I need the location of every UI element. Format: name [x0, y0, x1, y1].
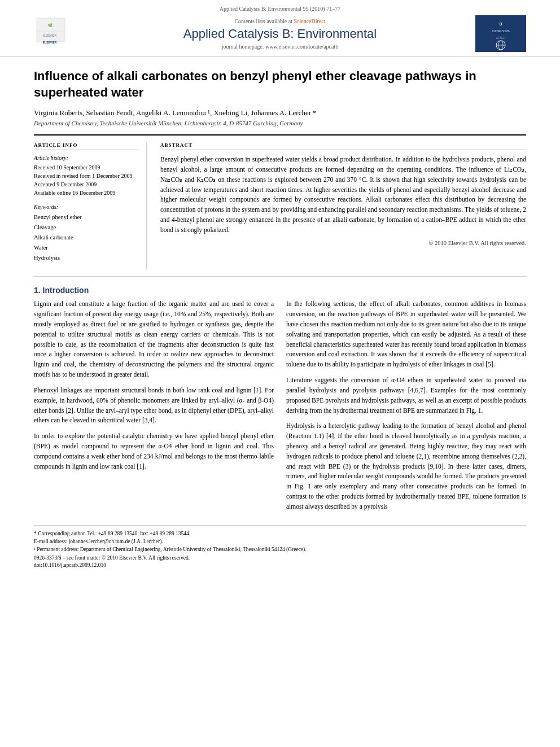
svg-text:🌿: 🌿: [48, 23, 53, 28]
keyword-item: Water: [34, 243, 138, 253]
intro-section: 1. Introduction Lignin and coal constitu…: [34, 286, 526, 517]
footnote-issn: 0926-3373/$ – see front matter © 2010 El…: [34, 555, 526, 561]
received-revised-date: Received in revised form 1 December 2009: [34, 172, 138, 180]
svg-text:B: B: [499, 22, 502, 26]
footnote-permanent-address: ¹ Permanent address: Department of Chemi…: [34, 545, 526, 553]
abstract-text: Benzyl phenyl ether conversion in superh…: [160, 155, 526, 235]
body-paragraph: In order to explore the potential cataly…: [34, 431, 274, 471]
accepted-date: Accepted 9 December 2009: [34, 180, 138, 189]
section-number: 1.: [34, 286, 41, 295]
intro-heading: 1. Introduction: [34, 286, 526, 295]
keyword-item: Alkali carbonate: [34, 233, 138, 243]
footnote-corresponding: * Corresponding author. Tel.: +49 89 289…: [34, 530, 526, 538]
body-paragraph: Lignin and coal constitute a large fract…: [34, 299, 274, 380]
article-title: Influence of alkali carbonates on benzyl…: [34, 68, 526, 101]
svg-rect-1: [37, 18, 65, 42]
abstract-label: Abstract: [160, 142, 526, 150]
body-paragraph: Phenoxyl linkages are important structur…: [34, 386, 274, 426]
svg-text:ELSEVIER: ELSEVIER: [43, 34, 57, 37]
svg-text:AFTER: AFTER: [496, 36, 506, 40]
article-history-group: Article history: Received 10 September 2…: [34, 155, 138, 197]
body-two-col: Lignin and coal constitute a large fract…: [34, 299, 526, 517]
svg-text:ELSEVIER: ELSEVIER: [43, 41, 57, 44]
journal-title: Applied Catalysis B: Environmental: [85, 27, 475, 41]
keywords-list: Benzyl phenyl etherCleavageAlkali carbon…: [34, 212, 138, 263]
journal-homepage: journal homepage: www.elsevier.com/locat…: [85, 43, 475, 50]
article-info-label: Article Info: [34, 142, 138, 150]
journal-header: Applied Catalysis B: Environmental 95 (2…: [0, 0, 560, 57]
sciencedirect-line: Contents lists available at ScienceDirec…: [85, 18, 475, 24]
article-main: Influence of alkali carbonates on benzyl…: [0, 57, 560, 579]
received-date: Received 10 September 2009: [34, 163, 138, 172]
footnote-email: E-mail address: johannes.lercher@ch.tum.…: [34, 538, 526, 545]
journal-title-block: Contents lists available at ScienceDirec…: [85, 18, 475, 50]
article-info-abstract-row: Article Info Article history: Received 1…: [34, 134, 526, 277]
available-online-date: Available online 16 December 2009: [34, 189, 138, 197]
abstract-col: Abstract Benzyl phenyl ether conversion …: [158, 142, 526, 269]
page-container: Applied Catalysis B: Environmental 95 (2…: [0, 0, 560, 747]
section-title: Introduction: [43, 286, 89, 295]
body-left-col: Lignin and coal constitute a large fract…: [34, 299, 274, 517]
article-history-label: Article history:: [34, 155, 138, 161]
body-paragraph: Hydrolysis is a heterolytic pathway lead…: [286, 421, 526, 512]
svg-rect-6: [475, 15, 526, 52]
article-info-col: Article Info Article history: Received 1…: [34, 142, 147, 269]
keywords-group: Keywords: Benzyl phenyl etherCleavageAlk…: [34, 204, 138, 263]
copyright: © 2010 Elsevier B.V. All rights reserved…: [160, 240, 526, 246]
authors: Virginia Roberts, Sebastian Fendt, Angel…: [34, 108, 526, 117]
keyword-item: Benzyl phenyl ether: [34, 212, 138, 222]
body-right-col: In the following sections, the effect of…: [286, 299, 526, 517]
elsevier-logo: 🌿 ELSEVIER ELSEVIER: [34, 15, 85, 52]
keyword-item: Cleavage: [34, 222, 138, 233]
catalysis-logo: B CATALYSIS AFTER: [475, 15, 526, 52]
footnote-doi: doi:10.1016/j.apcatb.2009.12.010: [34, 562, 526, 568]
journal-meta-top: Applied Catalysis B: Environmental 95 (2…: [34, 6, 526, 12]
affiliation: Department of Chemistry, Technische Univ…: [34, 120, 526, 126]
body-paragraph: Literature suggests the conversion of α-…: [286, 375, 526, 416]
footnote-section: * Corresponding author. Tel.: +49 89 289…: [34, 526, 526, 569]
svg-text:CATALYSIS: CATALYSIS: [492, 29, 510, 33]
body-paragraph: In the following sections, the effect of…: [286, 299, 526, 370]
keyword-item: Hydrolysis: [34, 253, 138, 263]
keywords-label: Keywords:: [34, 204, 138, 210]
